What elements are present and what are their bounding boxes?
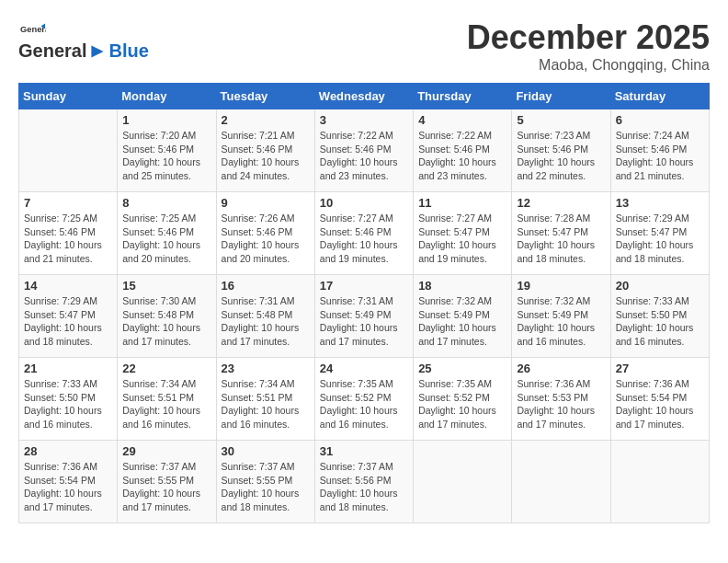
day-number: 6: [616, 113, 704, 127]
calendar-cell: 15Sunrise: 7:30 AMSunset: 5:48 PMDayligh…: [118, 275, 216, 358]
calendar-cell: 22Sunrise: 7:34 AMSunset: 5:51 PMDayligh…: [118, 358, 216, 441]
cell-line: Sunset: 5:46 PM: [320, 226, 392, 237]
cell-line: Sunrise: 7:22 AM: [320, 130, 393, 141]
cell-line: Daylight: 10 hours: [418, 405, 496, 416]
cell-content: Sunrise: 7:26 AMSunset: 5:46 PMDaylight:…: [222, 212, 310, 266]
cell-line: and 16 minutes.: [616, 336, 685, 347]
column-header-wednesday: Wednesday: [314, 84, 413, 109]
cell-line: Sunrise: 7:20 AM: [122, 130, 196, 141]
cell-line: Sunset: 5:54 PM: [616, 392, 688, 403]
cell-line: Daylight: 10 hours: [616, 322, 694, 333]
cell-content: Sunrise: 7:25 AMSunset: 5:46 PMDaylight:…: [122, 212, 210, 266]
cell-content: Sunrise: 7:35 AMSunset: 5:52 PMDaylight:…: [320, 377, 408, 431]
cell-line: and 18 minutes.: [616, 253, 685, 264]
cell-line: Daylight: 10 hours: [517, 322, 595, 333]
cell-content: Sunrise: 7:29 AMSunset: 5:47 PMDaylight:…: [616, 212, 704, 266]
day-number: 28: [24, 444, 112, 458]
cell-line: and 23 minutes.: [320, 170, 389, 181]
cell-line: Daylight: 10 hours: [517, 405, 595, 416]
cell-line: Sunrise: 7:25 AM: [122, 213, 196, 224]
cell-content: Sunrise: 7:36 AMSunset: 5:53 PMDaylight:…: [517, 377, 605, 431]
month-title: December 2025: [467, 18, 710, 57]
cell-line: and 23 minutes.: [418, 170, 487, 181]
calendar-cell: 21Sunrise: 7:33 AMSunset: 5:50 PMDayligh…: [19, 358, 118, 441]
cell-line: Daylight: 10 hours: [517, 239, 595, 250]
calendar-cell: 2Sunrise: 7:21 AMSunset: 5:46 PMDaylight…: [216, 109, 314, 192]
cell-line: Sunset: 5:46 PM: [122, 144, 194, 155]
cell-line: and 19 minutes.: [418, 253, 487, 264]
calendar-cell: 12Sunrise: 7:28 AMSunset: 5:47 PMDayligh…: [512, 192, 610, 275]
cell-content: Sunrise: 7:28 AMSunset: 5:47 PMDaylight:…: [517, 212, 605, 266]
calendar-cell: 5Sunrise: 7:23 AMSunset: 5:46 PMDaylight…: [512, 109, 610, 192]
day-number: 22: [122, 362, 210, 375]
day-number: 27: [616, 362, 704, 375]
cell-line: Sunrise: 7:31 AM: [320, 295, 393, 306]
cell-line: and 17 minutes.: [222, 336, 290, 347]
cell-line: Sunset: 5:46 PM: [320, 144, 392, 155]
header-row: SundayMondayTuesdayWednesdayThursdayFrid…: [19, 84, 710, 109]
week-row-1: 1Sunrise: 7:20 AMSunset: 5:46 PMDaylight…: [19, 109, 710, 192]
calendar-cell: 7Sunrise: 7:25 AMSunset: 5:46 PMDaylight…: [19, 192, 118, 275]
day-number: 9: [222, 196, 310, 210]
day-number: 20: [616, 279, 704, 293]
cell-line: and 16 minutes.: [122, 419, 191, 430]
cell-line: Sunset: 5:47 PM: [24, 309, 96, 320]
calendar-cell: 19Sunrise: 7:32 AMSunset: 5:49 PMDayligh…: [512, 275, 610, 358]
cell-line: Sunrise: 7:24 AM: [616, 130, 689, 141]
cell-line: and 20 minutes.: [122, 253, 191, 264]
day-number: 3: [320, 113, 408, 127]
cell-line: Daylight: 10 hours: [222, 239, 300, 250]
cell-line: Sunset: 5:47 PM: [616, 226, 688, 237]
cell-content: Sunrise: 7:37 AMSunset: 5:56 PMDaylight:…: [320, 460, 408, 514]
cell-line: Sunrise: 7:21 AM: [222, 130, 295, 141]
cell-line: Sunset: 5:48 PM: [222, 309, 293, 320]
calendar-cell: 25Sunrise: 7:35 AMSunset: 5:52 PMDayligh…: [414, 358, 512, 441]
cell-line: Sunrise: 7:32 AM: [418, 295, 492, 306]
week-row-3: 14Sunrise: 7:29 AMSunset: 5:47 PMDayligh…: [19, 275, 710, 358]
cell-line: Sunrise: 7:22 AM: [418, 130, 492, 141]
cell-line: Daylight: 10 hours: [616, 239, 694, 250]
cell-line: Sunrise: 7:34 AM: [122, 378, 196, 389]
cell-line: and 17 minutes.: [24, 501, 93, 512]
day-number: 8: [122, 196, 210, 210]
cell-line: Daylight: 10 hours: [122, 405, 200, 416]
cell-line: Sunset: 5:49 PM: [418, 309, 490, 320]
day-number: 13: [616, 196, 704, 210]
week-row-2: 7Sunrise: 7:25 AMSunset: 5:46 PMDaylight…: [19, 192, 710, 275]
cell-line: Daylight: 10 hours: [24, 405, 102, 416]
day-number: 31: [320, 444, 408, 458]
cell-line: Daylight: 10 hours: [320, 156, 398, 167]
cell-content: Sunrise: 7:33 AMSunset: 5:50 PMDaylight:…: [24, 377, 112, 431]
calendar-cell: 10Sunrise: 7:27 AMSunset: 5:46 PMDayligh…: [314, 192, 413, 275]
cell-line: Daylight: 10 hours: [24, 488, 102, 499]
cell-line: Daylight: 10 hours: [320, 405, 398, 416]
day-number: 16: [222, 279, 310, 293]
cell-line: Daylight: 10 hours: [616, 405, 694, 416]
cell-line: and 18 minutes.: [222, 501, 290, 512]
cell-content: Sunrise: 7:34 AMSunset: 5:51 PMDaylight:…: [122, 377, 210, 431]
cell-line: Sunrise: 7:27 AM: [320, 213, 393, 224]
cell-line: Sunset: 5:50 PM: [616, 309, 688, 320]
cell-line: Daylight: 10 hours: [418, 239, 496, 250]
cell-line: and 17 minutes.: [517, 419, 586, 430]
day-number: 19: [517, 279, 605, 293]
cell-line: Sunset: 5:50 PM: [24, 392, 96, 403]
cell-content: Sunrise: 7:22 AMSunset: 5:46 PMDaylight:…: [418, 129, 506, 183]
calendar-cell: 27Sunrise: 7:36 AMSunset: 5:54 PMDayligh…: [610, 358, 709, 441]
calendar-cell: 26Sunrise: 7:36 AMSunset: 5:53 PMDayligh…: [512, 358, 610, 441]
cell-line: and 24 minutes.: [222, 170, 290, 181]
cell-content: Sunrise: 7:37 AMSunset: 5:55 PMDaylight:…: [222, 460, 310, 514]
day-number: 18: [418, 279, 506, 293]
cell-line: Daylight: 10 hours: [517, 156, 595, 167]
cell-line: Sunrise: 7:36 AM: [517, 378, 590, 389]
cell-content: Sunrise: 7:31 AMSunset: 5:48 PMDaylight:…: [222, 294, 310, 349]
cell-line: and 20 minutes.: [222, 253, 290, 264]
cell-line: Daylight: 10 hours: [24, 239, 102, 250]
calendar-cell: [19, 109, 118, 192]
cell-line: Sunrise: 7:35 AM: [320, 378, 393, 389]
cell-content: Sunrise: 7:23 AMSunset: 5:46 PMDaylight:…: [517, 129, 605, 183]
calendar-cell: 9Sunrise: 7:26 AMSunset: 5:46 PMDaylight…: [216, 192, 314, 275]
calendar-cell: 1Sunrise: 7:20 AMSunset: 5:46 PMDaylight…: [118, 109, 216, 192]
cell-line: Sunset: 5:55 PM: [122, 475, 194, 486]
cell-content: Sunrise: 7:32 AMSunset: 5:49 PMDaylight:…: [517, 294, 605, 349]
